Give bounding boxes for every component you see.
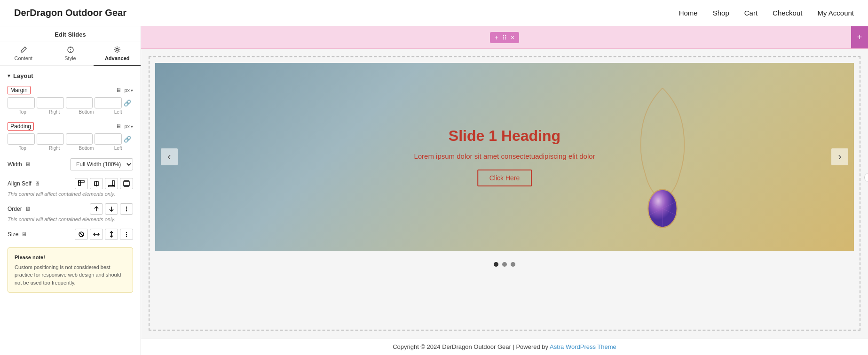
padding-label-row: Padding 🖥 px ▾	[8, 122, 133, 131]
size-expand-v-btn[interactable]	[105, 229, 118, 240]
nav-my-account[interactable]: My Account	[817, 9, 854, 17]
size-expand-v-icon	[108, 231, 115, 238]
align-stretch-icon	[123, 180, 130, 187]
size-expand-h-btn[interactable]	[90, 229, 103, 240]
padding-left-input[interactable]: 136	[95, 133, 122, 145]
nav-links: Home Shop Cart Checkout My Account	[679, 9, 854, 17]
margin-unit: px ▾	[124, 87, 133, 93]
order-monitor-icon: 🖥	[25, 206, 31, 212]
slider-dot-1[interactable]	[494, 262, 498, 267]
nav-shop[interactable]: Shop	[713, 9, 729, 17]
size-more-btn[interactable]	[120, 229, 133, 240]
nav-home[interactable]: Home	[679, 9, 698, 17]
svg-point-19	[126, 234, 127, 235]
sidebar-header: Edit Slides	[0, 26, 141, 41]
sidebar: Edit Slides Content Style	[0, 26, 141, 355]
size-label: Size 🖥	[8, 231, 27, 238]
svg-point-11	[126, 207, 127, 208]
align-center-btn[interactable]	[90, 178, 103, 189]
margin-label-row: Margin 🖥 px ▾	[8, 86, 133, 94]
sidebar-tabs: Content Style Advanced	[0, 41, 141, 66]
slider-next-btn[interactable]: ›	[831, 148, 848, 165]
margin-link-icon[interactable]: 🔗	[124, 100, 133, 107]
note-box: Please note! Custom positioning is not c…	[8, 247, 133, 293]
page-footer: Copyright © 2024 DerDragon Outdoor Gear …	[141, 338, 868, 355]
size-no-icon	[78, 231, 85, 238]
padding-bottom-input[interactable]: 136	[66, 133, 93, 145]
tab-advanced[interactable]: Advanced	[94, 41, 141, 66]
size-row: Size 🖥	[8, 229, 133, 240]
slider-dot-2[interactable]	[502, 262, 507, 267]
svg-rect-3	[79, 181, 84, 182]
footer-text: Copyright © 2024 DerDragon Outdoor Gear …	[393, 343, 550, 350]
order-more-btn[interactable]	[120, 203, 133, 215]
tab-style-label: Style	[64, 55, 76, 61]
svg-point-18	[126, 232, 127, 233]
size-monitor-icon: 🖥	[21, 231, 27, 238]
slide-subtext: Lorem ipsum dolor sit amet consectetuadi…	[295, 152, 714, 160]
padding-right-input[interactable]: 136	[37, 133, 64, 145]
padding-link-icon[interactable]: 🔗	[124, 136, 133, 143]
layout-section-title: ▾ Layout	[8, 72, 133, 79]
svg-rect-6	[112, 181, 114, 185]
align-center-icon	[93, 180, 100, 187]
slider-dot-3[interactable]	[511, 262, 515, 267]
align-self-top: Align Self 🖥	[8, 178, 133, 189]
padding-monitor-icon: 🖥	[116, 123, 121, 130]
margin-top-input[interactable]: 4	[8, 97, 35, 108]
order-row: Order 🖥 This c	[8, 203, 133, 222]
align-stretch-btn[interactable]	[120, 178, 133, 189]
align-end-icon	[108, 180, 115, 187]
main-layout: Edit Slides Content Style	[0, 26, 868, 355]
toolbar-controls: + ⠿ ×	[490, 32, 519, 43]
nav-checkout[interactable]: Checkout	[773, 9, 802, 17]
padding-group: Padding 🖥 px ▾ 136 136 136 136 🔗	[8, 122, 133, 151]
padding-unit: px ▾	[124, 123, 133, 129]
slide-cta-button[interactable]: Click Here	[477, 170, 532, 186]
width-monitor-icon: 🖥	[25, 161, 31, 168]
order-up-btn[interactable]	[90, 203, 103, 215]
slider-container: Slide 1 Heading Lorem ipsum dolor sit am…	[141, 49, 868, 338]
align-monitor-icon: 🖥	[34, 180, 40, 187]
pink-toolbar: + ⠿ × +	[141, 26, 868, 49]
toolbar-move-handle[interactable]: ⠿	[502, 34, 507, 41]
tab-style[interactable]: Style	[47, 41, 94, 66]
align-flex-end-btn[interactable]	[105, 178, 118, 189]
slider-dots	[150, 256, 860, 272]
tab-content[interactable]: Content	[0, 41, 47, 66]
padding-labels: Top Right Bottom Left	[8, 146, 133, 151]
order-hint: This control will affect contained eleme…	[8, 216, 133, 222]
align-self-label: Align Self 🖥	[8, 180, 40, 187]
margin-left-input[interactable]: 4	[95, 97, 122, 108]
align-buttons	[75, 178, 133, 189]
align-flex-start-btn[interactable]	[75, 178, 88, 189]
size-no-btn[interactable]	[75, 229, 88, 240]
margin-right-input[interactable]: 4	[37, 97, 64, 108]
circle-half-icon	[67, 46, 74, 54]
order-more-icon	[123, 206, 130, 212]
nav-cart[interactable]: Cart	[744, 9, 758, 17]
svg-point-13	[126, 210, 127, 211]
margin-inputs: 4 4 4 4 🔗	[8, 97, 133, 108]
order-up-icon	[93, 206, 100, 212]
order-down-btn[interactable]	[105, 203, 118, 215]
padding-top-input[interactable]: 136	[8, 133, 35, 145]
size-expand-h-icon	[93, 231, 100, 238]
toolbar-add-btn[interactable]: +	[495, 34, 498, 41]
tab-content-label: Content	[15, 55, 33, 61]
note-body: Custom positioning is not considered bes…	[15, 264, 121, 286]
footer-link[interactable]: Astra WordPress Theme	[550, 343, 616, 350]
note-title: Please note!	[15, 254, 126, 262]
width-select[interactable]: Full Width (100%) Custom	[70, 158, 133, 170]
add-section-btn[interactable]: +	[851, 26, 868, 48]
margin-bottom-input[interactable]: 4	[66, 97, 93, 108]
order-label: Order 🖥	[8, 206, 31, 212]
tab-advanced-label: Advanced	[105, 55, 130, 61]
slider-prev-btn[interactable]: ‹	[161, 148, 178, 165]
gear-icon	[113, 46, 121, 54]
width-label: Width 🖥	[8, 161, 31, 168]
margin-monitor-icon: 🖥	[116, 87, 121, 93]
margin-labels: Top Right Bottom Left	[8, 109, 133, 115]
toolbar-close-btn[interactable]: ×	[511, 34, 514, 41]
pen-icon	[20, 46, 27, 54]
